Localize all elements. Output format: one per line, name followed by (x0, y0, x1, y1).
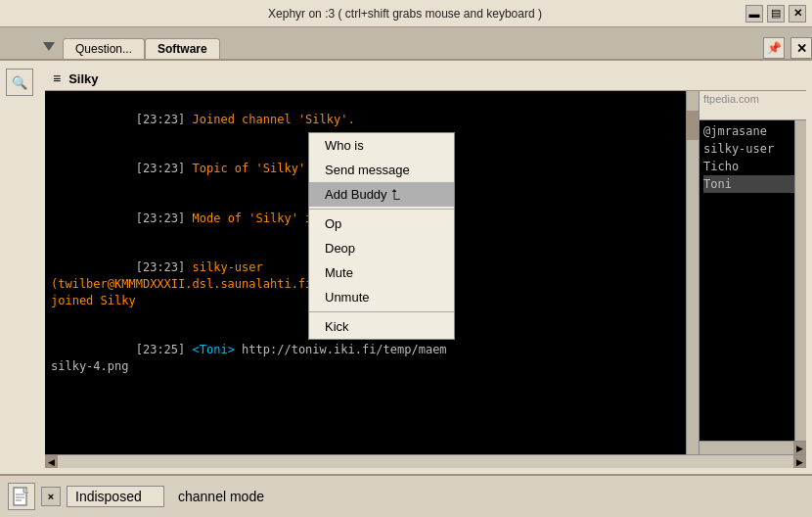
tab-software[interactable]: Software (145, 38, 220, 59)
tab-bar: Question... Software 📌 ✕ (0, 27, 812, 59)
scroll-left-arrow[interactable]: ◀ (45, 455, 58, 468)
ctx-op[interactable]: Op (309, 212, 454, 236)
hscroll-track[interactable] (58, 455, 793, 468)
chat-header-title: Silky (68, 71, 98, 86)
title-bar-title: Xephyr on :3 ( ctrl+shift grabs mouse an… (65, 7, 745, 21)
chat-header-icon: ≡ (53, 70, 61, 86)
tab-dropdown-icon[interactable] (39, 35, 59, 59)
ctx-unmute[interactable]: Unmute (309, 285, 454, 309)
user-panel-header: ftpedia.com (699, 91, 806, 120)
maximize-button[interactable]: ▤ (767, 5, 785, 23)
ctx-mute[interactable]: Mute (309, 260, 454, 285)
user-toni[interactable]: Toni (703, 175, 802, 193)
chat-vscrollbar[interactable] (686, 91, 699, 454)
ctx-divider-2 (309, 311, 454, 312)
user-silky[interactable]: silky-user (703, 140, 802, 158)
user-vscrollbar[interactable] (794, 120, 806, 441)
tab-questions[interactable]: Question... (63, 38, 145, 59)
user-list-panel: ftpedia.com @jmrasane silky-user Ticho T… (699, 91, 806, 454)
title-bar: Xephyr on :3 ( ctrl+shift grabs mouse an… (0, 0, 812, 27)
status-indisposed[interactable]: Indisposed (67, 486, 164, 507)
chat-hscroll: ◀ ▶ (45, 454, 806, 468)
user-list: @jmrasane silky-user Ticho Toni (699, 120, 806, 441)
ctx-kick[interactable]: Kick (309, 314, 454, 339)
minimize-button[interactable]: ▬ (745, 5, 763, 23)
svg-marker-0 (43, 42, 55, 51)
left-panel: 🔍 (6, 67, 39, 468)
status-bar: × Indisposed channel mode (0, 474, 812, 517)
main-outer: Question... Software 📌 ✕ 🔍 ≡ Silky (0, 27, 812, 517)
status-page-icon (8, 483, 35, 510)
status-close-button[interactable]: × (41, 487, 61, 506)
ctx-deop[interactable]: Deop (309, 236, 454, 260)
close-button[interactable]: ✕ (789, 5, 806, 23)
user-hscroll: ▶ (699, 441, 806, 454)
ctx-who-is[interactable]: Who is (309, 133, 454, 158)
status-channel-mode: channel mode (170, 487, 272, 506)
scroll-right-arrow2[interactable]: ▶ (793, 455, 806, 468)
context-menu: Who is Send message Add Buddy ⮤ Op Deop … (308, 132, 455, 340)
pin-icon[interactable]: 📌 (763, 37, 785, 59)
window-controls: 📌 ✕ (763, 37, 812, 59)
ctx-add-buddy[interactable]: Add Buddy ⮤ (309, 182, 454, 207)
ctx-send-message[interactable]: Send message (309, 158, 454, 182)
close-window-button[interactable]: ✕ (790, 37, 812, 59)
scroll-right-arrow[interactable]: ▶ (793, 442, 806, 454)
ctx-divider-1 (309, 209, 454, 210)
user-ticho[interactable]: Ticho (703, 158, 802, 175)
title-bar-buttons: ▬ ▤ ✕ (745, 5, 806, 23)
search-icon[interactable]: 🔍 (6, 69, 33, 96)
user-jmrasane[interactable]: @jmrasane (703, 122, 802, 140)
chat-header: ≡ Silky (45, 67, 806, 91)
chat-scrollbar-thumb[interactable] (687, 111, 699, 140)
